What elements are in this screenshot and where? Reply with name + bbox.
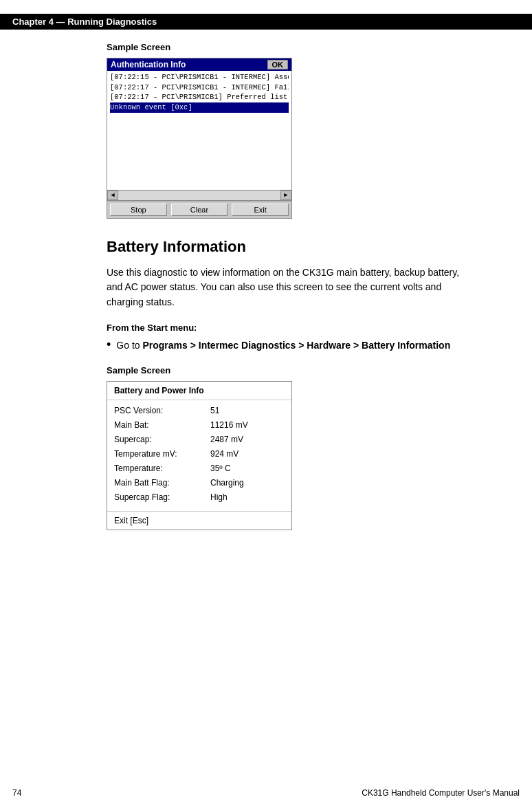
log-area: [07:22:15 - PCI\PRISMICB1 - INTERMEC] As… bbox=[107, 71, 291, 114]
scrollbar-area: ◀ ▶ bbox=[107, 190, 291, 201]
bullet-text: Go to Programs > Intermec Diagnostics > … bbox=[116, 338, 470, 353]
bat-label-2: Supercap: bbox=[114, 435, 210, 444]
bat-label-6: Supercap Flag: bbox=[114, 492, 210, 502]
bat-label-0: PSC Version: bbox=[114, 406, 210, 415]
sample-screen-1-label: Sample Screen bbox=[107, 42, 470, 52]
scroll-right-arrow[interactable]: ▶ bbox=[280, 190, 291, 200]
bat-label-3: Temperature mV: bbox=[114, 449, 210, 459]
body-text: Use this diagnostic to view information … bbox=[107, 265, 470, 310]
device-title-1-text: Authentication Info bbox=[111, 60, 186, 69]
bat-label-4: Temperature: bbox=[114, 464, 210, 473]
bat-exit-label[interactable]: Exit [Esc] bbox=[107, 511, 291, 530]
device-title-bar-1: Authentication Info OK bbox=[107, 58, 291, 71]
log-line-4: Unknown event [0xc] bbox=[110, 102, 289, 113]
bat-value-1: 11216 mV bbox=[210, 420, 248, 430]
page-number: 74 bbox=[12, 788, 21, 798]
bat-value-2: 2487 mV bbox=[210, 435, 243, 444]
bat-label-5: Main Batt Flag: bbox=[114, 478, 210, 488]
sample-screen-2-label: Sample Screen bbox=[107, 365, 470, 375]
bullet-list: • Go to Programs > Intermec Diagnostics … bbox=[107, 338, 470, 353]
bullet-dot: • bbox=[107, 338, 111, 352]
clear-button[interactable]: Clear bbox=[171, 204, 228, 216]
log-line-3: [07:22:17 - PCI\PRISMICB1] Preferred lis… bbox=[110, 92, 289, 102]
button-row-1: Stop Clear Exit bbox=[107, 201, 291, 218]
bat-value-5: Charging bbox=[210, 478, 244, 488]
bat-value-3: 924 mV bbox=[210, 449, 239, 459]
bat-row-5: Main Batt Flag: Charging bbox=[114, 478, 285, 488]
chapter-header-text: Chapter 4 — Running Diagnostics bbox=[12, 17, 157, 27]
ok-button-1[interactable]: OK bbox=[267, 60, 289, 69]
scroll-left-arrow[interactable]: ◀ bbox=[107, 190, 118, 200]
from-start-menu-label: From the Start menu: bbox=[107, 323, 470, 333]
device-screen-1: Authentication Info OK [07:22:15 - PCI\P… bbox=[107, 58, 292, 219]
bat-row-2: Supercap: 2487 mV bbox=[114, 435, 285, 444]
content-area: Sample Screen Authentication Info OK [07… bbox=[0, 42, 532, 530]
bat-row-4: Temperature: 35º C bbox=[114, 464, 285, 473]
bat-label-1: Main Bat: bbox=[114, 420, 210, 430]
battery-screen-body: PSC Version: 51 Main Bat: 11216 mV Super… bbox=[107, 400, 291, 511]
battery-screen-title: Battery and Power Info bbox=[107, 382, 291, 400]
bat-row-1: Main Bat: 11216 mV bbox=[114, 420, 285, 430]
section-heading: Battery Information bbox=[107, 238, 470, 256]
list-item: • Go to Programs > Intermec Diagnostics … bbox=[107, 338, 470, 353]
bat-value-6: High bbox=[210, 492, 228, 502]
exit-button-1[interactable]: Exit bbox=[232, 204, 289, 216]
bat-value-0: 51 bbox=[210, 406, 219, 415]
chapter-header: Chapter 4 — Running Diagnostics bbox=[0, 14, 532, 30]
stop-button[interactable]: Stop bbox=[110, 204, 167, 216]
page-footer: 74 CK31G Handheld Computer User's Manual bbox=[0, 788, 532, 798]
manual-title: CK31G Handheld Computer User's Manual bbox=[362, 788, 520, 798]
bat-row-3: Temperature mV: 924 mV bbox=[114, 449, 285, 459]
log-line-2: [07:22:17 - PCI\PRISMICB1 - INTERMEC] Fa… bbox=[110, 83, 289, 93]
bullet-bold-path: Programs > Intermec Diagnostics > Hardwa… bbox=[142, 340, 450, 351]
bat-value-4: 35º C bbox=[210, 464, 231, 473]
log-line-1: [07:22:15 - PCI\PRISMICB1 - INTERMEC] As… bbox=[110, 72, 289, 83]
page: Chapter 4 — Running Diagnostics Sample S… bbox=[0, 0, 532, 806]
battery-screen: Battery and Power Info PSC Version: 51 M… bbox=[107, 381, 292, 530]
blank-area bbox=[107, 114, 291, 190]
bat-row-0: PSC Version: 51 bbox=[114, 406, 285, 415]
bat-row-6: Supercap Flag: High bbox=[114, 492, 285, 502]
scrollbar-track bbox=[118, 190, 280, 200]
